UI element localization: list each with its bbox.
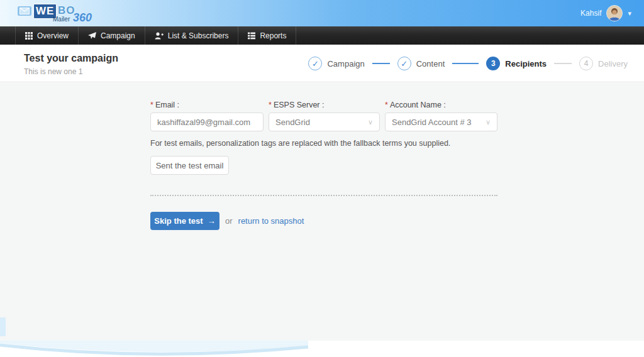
skip-test-button[interactable]: Skip the test → xyxy=(150,212,219,230)
dotted-divider xyxy=(150,195,497,196)
logo-text-mailer: Mailer xyxy=(53,16,70,23)
top-brand-bar: WE BO Mailer 360 Kahsif ▾ xyxy=(0,0,644,26)
account-label: *Account Name : xyxy=(385,101,497,109)
email-field-group: *Email : xyxy=(150,101,264,131)
username-label: Kahsif xyxy=(580,9,601,18)
arrow-right-icon: → xyxy=(208,216,216,226)
esps-label: *ESPS Server : xyxy=(269,101,380,109)
user-menu[interactable]: Kahsif ▾ xyxy=(580,0,631,26)
nav-label: Campaign xyxy=(101,31,135,40)
page-subtitle: This is new one 1 xyxy=(24,67,82,76)
selected-value: SendGrid xyxy=(275,118,310,127)
step-campaign[interactable]: ✓ Campaign xyxy=(308,57,364,70)
table-icon xyxy=(248,32,255,40)
required-asterisk: * xyxy=(269,101,272,109)
paper-plane-icon xyxy=(88,32,96,40)
user-plus-icon xyxy=(155,32,164,40)
app-window: WE BO Mailer 360 Kahsif ▾ xyxy=(0,0,644,357)
logo-text-360: 360 xyxy=(73,11,92,25)
grid-icon xyxy=(25,32,33,40)
chevron-down-icon: ▾ xyxy=(628,9,631,18)
bottom-actions: Skip the test → or return to snapshot xyxy=(150,212,304,230)
step-label: Campaign xyxy=(327,59,364,69)
nav-label: List & Subscribers xyxy=(168,31,229,40)
selected-value: SendGrid Account # 3 xyxy=(392,118,471,127)
esps-field-group: *ESPS Server : SendGrid ∨ xyxy=(269,101,380,131)
check-icon: ✓ xyxy=(308,57,322,70)
send-test-email-button[interactable]: Sent the test email xyxy=(150,156,229,175)
webo-mailer-logo[interactable]: WE BO Mailer 360 xyxy=(18,3,99,25)
account-field-group: *Account Name : SendGrid Account # 3 ∨ xyxy=(385,101,497,131)
step-recipients[interactable]: 3 Recipients xyxy=(486,57,547,70)
page-header: Test your campaign This is new one 1 ✓ C… xyxy=(0,45,644,82)
chevron-down-icon: ∨ xyxy=(486,118,491,126)
step-number: 3 xyxy=(486,57,500,70)
test-campaign-form: *Email : *ESPS Server : SendGrid ∨ *Acco… xyxy=(150,101,497,131)
bottom-wave-decoration xyxy=(0,341,644,357)
envelope-icon xyxy=(18,6,31,16)
step-label: Recipients xyxy=(505,59,547,69)
user-avatar xyxy=(606,5,623,21)
step-label: Content xyxy=(416,59,445,69)
nav-label: Reports xyxy=(260,31,286,40)
step-connector xyxy=(372,63,390,64)
content-area: *Email : *ESPS Server : SendGrid ∨ *Acco… xyxy=(0,83,644,341)
esps-server-select[interactable]: SendGrid ∨ xyxy=(269,113,380,131)
email-input[interactable] xyxy=(150,113,264,131)
nav-item-reports[interactable]: Reports xyxy=(238,26,296,45)
step-content[interactable]: ✓ Content xyxy=(397,57,445,70)
chevron-down-icon: ∨ xyxy=(368,118,373,126)
required-asterisk: * xyxy=(150,101,153,109)
or-label: or xyxy=(225,216,233,226)
step-number: 4 xyxy=(579,57,593,70)
personalization-note: For test emails, personalization tags ar… xyxy=(150,139,450,148)
step-connector xyxy=(452,63,479,64)
nav-item-list-subscribers[interactable]: List & Subscribers xyxy=(145,26,239,45)
nav-item-overview[interactable]: Overview xyxy=(15,26,79,45)
step-connector xyxy=(554,63,572,64)
nav-item-campaign[interactable]: Campaign xyxy=(79,26,145,45)
check-icon: ✓ xyxy=(397,57,411,70)
step-label: Delivery xyxy=(598,59,628,69)
page-title: Test your campaign xyxy=(24,53,118,64)
return-to-snapshot-link[interactable]: return to snapshot xyxy=(238,216,304,226)
skip-label: Skip the test xyxy=(154,216,203,226)
email-label: *Email : xyxy=(150,101,264,109)
main-nav: Overview Campaign List & Subscribers xyxy=(0,26,644,45)
step-delivery[interactable]: 4 Delivery xyxy=(579,57,628,70)
wizard-stepper: ✓ Campaign ✓ Content 3 Recipients 4 Deli… xyxy=(308,45,628,82)
nav-label: Overview xyxy=(37,31,69,40)
left-edge-decoration xyxy=(0,317,6,336)
account-name-select[interactable]: SendGrid Account # 3 ∨ xyxy=(385,113,497,131)
required-asterisk: * xyxy=(385,101,388,109)
